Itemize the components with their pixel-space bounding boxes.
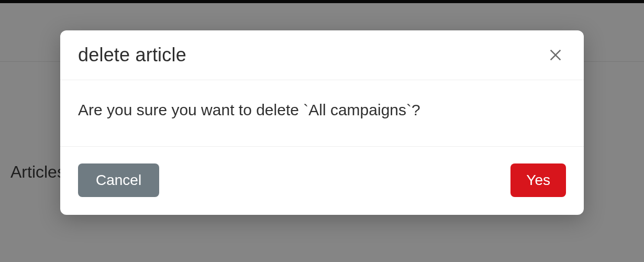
modal-message: Are you sure you want to delete `All cam… — [78, 101, 566, 119]
confirm-button[interactable]: Yes — [510, 163, 566, 197]
modal-header: delete article — [60, 30, 584, 80]
modal-body: Are you sure you want to delete `All cam… — [60, 80, 584, 147]
modal-footer: Cancel Yes — [60, 147, 584, 215]
modal-overlay[interactable]: delete article Are you sure you want to … — [0, 0, 644, 262]
close-button[interactable] — [545, 45, 566, 66]
confirm-delete-modal: delete article Are you sure you want to … — [60, 30, 584, 215]
modal-title: delete article — [78, 44, 186, 66]
cancel-button[interactable]: Cancel — [78, 163, 159, 197]
close-icon — [548, 48, 563, 62]
